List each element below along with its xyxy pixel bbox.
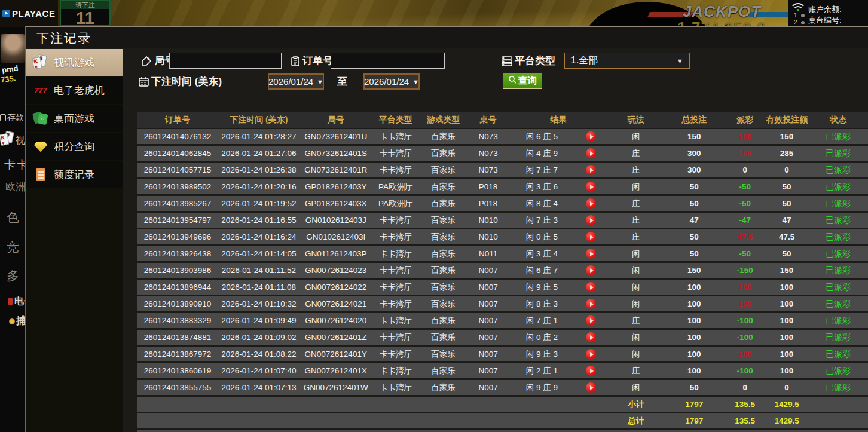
cell-game-type: 百家乐 [420, 182, 467, 192]
cell-payout: 47.5 [724, 232, 766, 241]
cell-status: 已派彩 [808, 382, 868, 393]
cell-valid-bet: 50 [766, 249, 808, 258]
search-button[interactable]: 查询 [503, 73, 542, 89]
cell-total-bet: 50 [664, 182, 724, 191]
cell-payout: -100 [724, 366, 766, 375]
cell-order-id: 260124014076132 [137, 132, 218, 141]
col-table-no: 桌号 [467, 115, 509, 125]
filter-bar: 局号 订单号 平台类型 1.全部 [123, 49, 868, 112]
cell-status: 已派彩 [808, 299, 868, 310]
sidebar-item-video-games[interactable]: 9K 视讯游戏 [26, 49, 133, 76]
cell-status: 已派彩 [808, 282, 868, 293]
cell-platform: 卡卡湾厅 [372, 215, 420, 226]
replay-button[interactable] [586, 215, 596, 225]
cell-platform: 卡卡湾厅 [372, 232, 420, 243]
cell-round-id: GN0072612401Z [300, 333, 372, 342]
cell-total-bet: 100 [664, 366, 724, 375]
cell-table-no: N073 [467, 132, 509, 141]
replay-button[interactable] [586, 315, 596, 326]
cell-table-no: N007 [467, 316, 509, 325]
username-label: pmd [1, 63, 19, 74]
cell-result: 闲 2 庄 1 [509, 366, 575, 376]
cell-order-id: 260124013989502 [137, 182, 218, 191]
cell-round-id: GN00726124021 [300, 299, 372, 308]
cell-game-type: 百家乐 [420, 215, 467, 226]
replay-button[interactable] [586, 282, 596, 292]
replay-button[interactable] [586, 299, 596, 309]
replay-button[interactable] [586, 148, 596, 158]
table-row: 260124013903986 2026-01-24 01:11:52 GN00… [137, 263, 868, 278]
sidebar-item-quota-records[interactable]: 额度记录 [26, 161, 123, 188]
replay-button[interactable] [586, 349, 596, 359]
cell-result: 闲 8 庄 4 [509, 198, 575, 209]
cell-result: 闲 0 庄 5 [509, 232, 575, 243]
sidebar-item-points-query[interactable]: 积分查询 [26, 133, 123, 160]
sidebar-item-label: 视讯游戏 [54, 56, 94, 69]
cell-result: 闲 8 庄 3 [509, 299, 575, 310]
cell-round-id: GN0732612401U [300, 132, 372, 141]
replay-button[interactable] [586, 198, 596, 209]
gem-icon [33, 139, 48, 155]
cell-table-no: P018 [467, 182, 509, 191]
cell-round-id: GN00726124023 [300, 266, 372, 275]
cell-bet-time: 2026-01-24 01:28:27 [218, 132, 300, 141]
table-row: 260124013860619 2026-01-24 01:07:40 GN00… [137, 363, 868, 378]
cell-round-id: GN00726124022 [300, 283, 372, 292]
date-from-select[interactable]: 2026/01/24▼ [268, 73, 324, 90]
cell-valid-bet: 100 [766, 333, 808, 342]
replay-button[interactable] [586, 249, 596, 259]
sidebar-item-label: 额度记录 [54, 168, 94, 182]
cell-platform: 卡卡湾厅 [372, 366, 420, 376]
platform-type-select[interactable]: 1.全部 ▼ [564, 53, 690, 69]
round-number-input[interactable] [169, 53, 282, 69]
cell-table-no: N007 [467, 283, 509, 292]
cell-result: 闲 7 庄 7 [509, 165, 575, 176]
nav-europe-fragment: 欧洲 [5, 180, 26, 194]
replay-button[interactable] [586, 182, 596, 192]
cell-payout: 100 [724, 283, 766, 292]
cell-bet-time: 2026-01-24 01:20:16 [218, 182, 300, 191]
cell-order-id: 260124013860619 [137, 366, 218, 375]
cell-replay [574, 299, 607, 309]
cell-result: 闲 6 庄 7 [509, 265, 575, 276]
cell-order-id: 260124013896944 [137, 283, 218, 292]
cell-table-no: N007 [467, 299, 509, 308]
cell-result: 闲 0 庄 2 [509, 332, 575, 343]
sidebar-item-slots[interactable]: 777 电子老虎机 [26, 77, 123, 104]
cell-status: 已派彩 [808, 249, 868, 259]
cell-replay [574, 332, 607, 342]
cell-total-bet: 300 [664, 149, 724, 158]
replay-button[interactable] [586, 232, 596, 242]
cell-order-id: 260124013874881 [137, 333, 218, 342]
cell-game-type: 百家乐 [420, 315, 467, 326]
video-slot-1: 1 [794, 12, 797, 19]
cell-valid-bet: 50 [766, 182, 808, 191]
chevron-down-icon: ▼ [412, 78, 419, 85]
cell-payout: -47 [724, 216, 766, 225]
cell-round-id: GN0732612401S [300, 149, 372, 158]
replay-button[interactable] [586, 366, 596, 376]
brand-logo: PLAYACE [2, 8, 55, 19]
cell-payout: 285 [724, 149, 766, 158]
replay-button[interactable] [586, 332, 596, 342]
platform-type-value: 1.全部 [571, 54, 598, 67]
date-to-select[interactable]: 2026/01/24▼ [363, 73, 420, 90]
cell-replay [574, 349, 607, 359]
cell-play: 闲 [607, 249, 664, 259]
cell-round-id: GN0112612403P [300, 249, 372, 258]
chevron-down-icon: ▼ [317, 78, 323, 85]
replay-button[interactable] [586, 265, 596, 275]
cell-result: 闲 9 庄 9 [509, 382, 575, 393]
replay-button[interactable] [586, 165, 596, 175]
cell-platform: PA欧洲厅 [372, 198, 420, 209]
cell-round-id: GP0182612403Y [300, 182, 372, 191]
cell-valid-bet: 0 [766, 166, 808, 174]
table-row: 260124013954797 2026-01-24 01:16:55 GN01… [137, 213, 868, 228]
nav-bu-fragment: 捕 [9, 315, 26, 327]
replay-button[interactable] [586, 131, 596, 142]
cell-order-id: 260124013855755 [137, 383, 218, 392]
cell-platform: 卡卡湾厅 [372, 282, 420, 293]
order-number-input[interactable] [331, 53, 445, 69]
sidebar-item-table-games[interactable]: 桌面游戏 [26, 105, 123, 132]
replay-button[interactable] [586, 382, 596, 393]
